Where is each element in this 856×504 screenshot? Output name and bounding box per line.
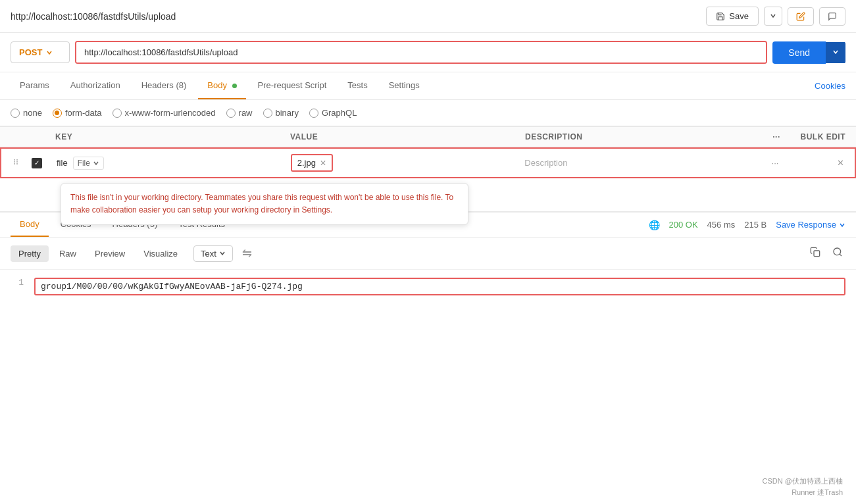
file-value-display: 2.jpg ✕: [291, 154, 333, 172]
footer-line2: Runner 迷Trash: [792, 488, 843, 497]
row-delete-button[interactable]: ✕: [792, 158, 844, 168]
svg-point-7: [834, 248, 841, 255]
status-ok-badge: 200 OK: [669, 220, 698, 230]
radio-form-data[interactable]: form-data: [53, 108, 102, 118]
search-response-button[interactable]: [830, 244, 845, 263]
search-icon: [832, 247, 843, 257]
col-bulk-header: Bulk Edit: [793, 132, 845, 141]
more-options[interactable]: ···: [759, 158, 792, 168]
radio-binary[interactable]: binary: [263, 108, 299, 118]
tabs-section: Params Authorization Headers (8) Body Pr…: [0, 72, 856, 100]
radio-binary-circle: [263, 109, 272, 118]
radio-none[interactable]: none: [11, 108, 42, 118]
footer-line1: CSDN @伏加特遇上西柚: [763, 476, 843, 486]
url-bar-section: POST Send: [0, 33, 856, 72]
copy-response-button[interactable]: [807, 244, 823, 263]
tab-params[interactable]: Params: [11, 72, 59, 99]
svg-line-8: [840, 254, 842, 256]
url-input[interactable]: [76, 42, 766, 63]
key-cell: file File: [51, 157, 291, 170]
response-tab-body[interactable]: Body: [11, 213, 49, 237]
drag-icon: [12, 158, 20, 166]
send-chevron-icon: [832, 49, 839, 55]
line-content-wrapper: group1/M00/00/00/wKgAkGIfGwyANEovAAB-jaF…: [34, 278, 845, 295]
file-type-chevron-icon: [93, 160, 99, 166]
edit-button[interactable]: [788, 7, 814, 26]
footer-watermark: CSDN @伏加特遇上西柚 Runner 迷Trash: [763, 476, 843, 497]
file-remove-button[interactable]: ✕: [320, 159, 326, 168]
comment-button[interactable]: [819, 7, 845, 26]
save-chevron-button[interactable]: [764, 7, 782, 26]
copy-icon: [810, 247, 820, 257]
format-tab-preview[interactable]: Preview: [87, 245, 133, 262]
body-types: none form-data x-www-form-urlencoded raw…: [0, 100, 856, 126]
warning-tooltip: This file isn't in your working director…: [61, 183, 468, 225]
format-tab-raw[interactable]: Raw: [51, 245, 84, 262]
table-row: file File 2.jpg ✕ Description: [0, 147, 856, 178]
description-cell[interactable]: Description: [524, 158, 759, 168]
file-type-badge[interactable]: File: [73, 157, 104, 170]
col-key-header: KEY: [50, 132, 290, 141]
save-response-chevron-icon: [839, 222, 845, 228]
tab-headers[interactable]: Headers (8): [132, 72, 196, 99]
url-input-wrapper: [75, 41, 767, 64]
edit-icon: [796, 12, 805, 21]
svg-point-4: [14, 163, 15, 164]
send-chevron-button[interactable]: [826, 42, 845, 63]
request-title: http://localhost:10086/fastdfsUtils/uplo…: [11, 11, 176, 22]
radio-urlencoded-circle: [113, 109, 122, 118]
description-placeholder: Description: [524, 158, 567, 168]
response-size: 215 B: [744, 220, 767, 230]
globe-icon: 🌐: [649, 220, 660, 230]
radio-none-circle: [11, 109, 20, 118]
response-content: group1/M00/00/00/wKgAkGIfGwyANEovAAB-jaF…: [41, 282, 303, 291]
radio-form-data-circle: [53, 109, 62, 118]
col-desc-header: DESCRIPTION: [525, 132, 760, 141]
save-button[interactable]: Save: [706, 7, 759, 26]
method-select[interactable]: POST: [11, 41, 70, 63]
tab-settings[interactable]: Settings: [380, 72, 429, 99]
cookies-link[interactable]: Cookies: [815, 81, 845, 91]
response-line-1: 1 group1/M00/00/00/wKgAkGIfGwyANEovAAB-j…: [11, 278, 845, 295]
response-body: 1 group1/M00/00/00/wKgAkGIfGwyANEovAAB-j…: [0, 270, 856, 303]
table-header: KEY VALUE DESCRIPTION ··· Bulk Edit: [0, 127, 856, 147]
format-type-dropdown[interactable]: Text: [193, 245, 233, 262]
tab-tests[interactable]: Tests: [338, 72, 376, 99]
app-container: http://localhost:10086/fastdfsUtils/uplo…: [0, 0, 856, 504]
save-icon: [716, 12, 725, 21]
line-number: 1: [11, 278, 24, 295]
wrap-toggle-button[interactable]: ⇌: [242, 246, 252, 261]
radio-graphql[interactable]: GraphQL: [309, 108, 357, 118]
tab-authorization[interactable]: Authorization: [61, 72, 130, 99]
tab-pre-request[interactable]: Pre-request Script: [249, 72, 336, 99]
row-checkbox[interactable]: [32, 158, 51, 168]
title-bar-actions: Save: [706, 7, 845, 26]
send-main-button[interactable]: Send: [772, 41, 826, 64]
radio-urlencoded[interactable]: x-www-form-urlencoded: [113, 108, 216, 118]
svg-point-2: [14, 161, 15, 163]
form-table: KEY VALUE DESCRIPTION ··· Bulk Edit: [0, 126, 856, 178]
chevron-down-icon: [770, 13, 776, 19]
format-tabs: Pretty Raw Preview Visualize Text ⇌: [0, 238, 856, 270]
radio-graphql-circle: [309, 109, 318, 118]
response-status-bar: 🌐 200 OK 456 ms 215 B Save Response: [649, 220, 846, 230]
key-value: file: [57, 158, 68, 168]
method-label: POST: [19, 47, 42, 57]
format-tab-visualize[interactable]: Visualize: [136, 245, 186, 262]
save-response-button[interactable]: Save Response: [776, 220, 845, 230]
col-more-header: ···: [760, 132, 793, 141]
radio-raw[interactable]: raw: [226, 108, 253, 118]
send-button-group: Send: [772, 41, 845, 64]
comment-icon: [828, 12, 837, 21]
col-value-header: VALUE: [290, 132, 525, 141]
radio-raw-circle: [226, 109, 236, 118]
checkbox-checked: [32, 158, 42, 168]
drag-handle[interactable]: [12, 158, 32, 168]
svg-point-5: [16, 163, 18, 164]
format-tab-pretty[interactable]: Pretty: [11, 245, 49, 262]
svg-point-0: [14, 159, 15, 161]
tab-body[interactable]: Body: [198, 72, 245, 99]
file-name: 2.jpg: [297, 158, 316, 168]
svg-rect-6: [814, 251, 820, 257]
response-time: 456 ms: [707, 220, 736, 230]
